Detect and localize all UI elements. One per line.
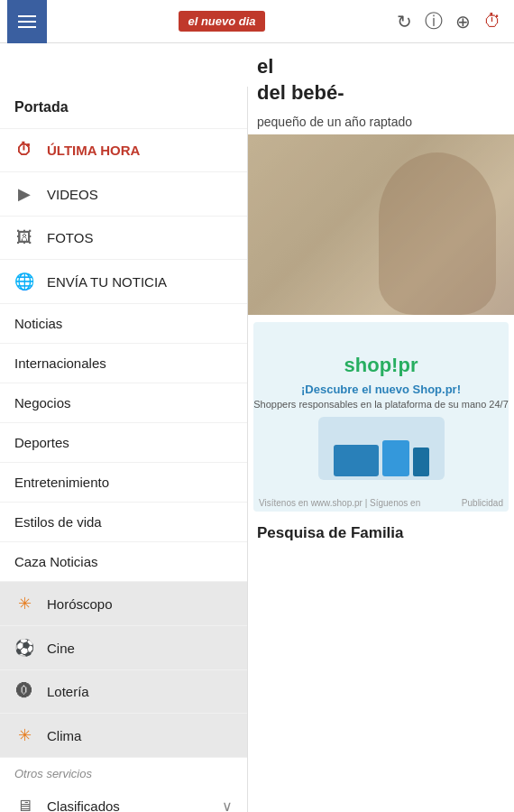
sidebar-item-fotos[interactable]: 🖼 FOTOS: [0, 217, 247, 260]
sidebar: Portada ⏱ ÚLTIMA HORA ▶ VIDEOS 🖼 FOTOS 🌐…: [0, 87, 248, 812]
otros-servicios-label: Otros servicios: [14, 767, 92, 780]
logo: el nuevo dia: [47, 11, 397, 32]
device-phone-icon: [413, 448, 429, 476]
sidebar-item-horoscopo[interactable]: ✳ Horóscopo: [0, 582, 247, 626]
refresh-icon[interactable]: ↻: [397, 11, 412, 32]
clima-label: Clima: [47, 728, 81, 743]
envia-label: ENVÍA TU NOTICIA: [47, 274, 167, 290]
noticias-label: Noticias: [14, 316, 62, 331]
clasificados-label: Clasificados: [47, 798, 120, 812]
loteria-icon: ⓿: [14, 682, 34, 701]
sidebar-item-clima[interactable]: ✳ Clima: [0, 714, 247, 758]
sidebar-item-cine[interactable]: ⚽ Cine: [0, 626, 247, 670]
sidebar-item-videos[interactable]: ▶ VIDEOS: [0, 172, 247, 217]
menu-button[interactable]: [7, 0, 47, 43]
negocios-label: Negocios: [14, 395, 71, 411]
clima-icon: ✳: [14, 725, 34, 745]
hamburger-icon: [18, 15, 36, 28]
article-subtitle: pequeño de un año raptado: [248, 109, 514, 134]
entretenimiento-label: Entretenimiento: [14, 475, 109, 490]
ad-logo: shop!pr: [344, 354, 418, 377]
portada-label: Portada: [14, 99, 69, 115]
header: el nuevo dia ↻ ⓘ ⊕ ⏱: [0, 0, 514, 43]
article-area: el del bebé- pequeño de un año raptado s…: [248, 43, 514, 812]
sidebar-item-clasificados[interactable]: 🖥 Clasificados ∨: [0, 785, 247, 812]
sun-icon: ✳: [14, 594, 34, 614]
fotos-label: FOTOS: [47, 230, 93, 245]
photo-icon: 🖼: [14, 228, 34, 247]
pesquisa-title: Pesquisa de Familia: [248, 519, 514, 548]
header-icons: ↻ ⓘ ⊕ ⏱: [397, 9, 507, 33]
sidebar-item-negocios[interactable]: Negocios: [0, 383, 247, 423]
device-tablet-icon: [382, 440, 409, 476]
internacionales-label: Internacionales: [14, 355, 106, 371]
globe-icon[interactable]: ⊕: [455, 11, 471, 32]
main-content: el del bebé- pequeño de un año raptado s…: [0, 43, 514, 812]
loteria-label: Lotería: [47, 684, 89, 699]
sidebar-item-caza[interactable]: Caza Noticias: [0, 542, 247, 582]
ad-subtitle: Shoppers responsables en la plataforma d…: [253, 399, 509, 410]
globe-blue-icon: 🌐: [14, 272, 34, 291]
sidebar-item-entretenimiento[interactable]: Entretenimiento: [0, 463, 247, 503]
cine-icon: ⚽: [14, 638, 34, 658]
logo-box: el nuevo dia: [179, 11, 264, 32]
clock-icon[interactable]: ⏱: [483, 11, 501, 32]
horoscopo-label: Horóscopo: [47, 596, 113, 612]
video-icon: ▶: [14, 184, 34, 204]
ad-tagline: ¡Descubre el nuevo Shop.pr!: [301, 383, 461, 396]
ultima-hora-label: ÚLTIMA HORA: [47, 143, 140, 158]
info-icon[interactable]: ⓘ: [425, 9, 443, 33]
sidebar-item-internacionales[interactable]: Internacionales: [0, 344, 247, 383]
sidebar-item-ultima-hora[interactable]: ⏱ ÚLTIMA HORA: [0, 129, 247, 172]
otros-servicios-header: Otros servicios: [0, 758, 247, 785]
sidebar-item-loteria[interactable]: ⓿ Lotería: [0, 670, 247, 714]
device-monitor-icon: [334, 445, 379, 476]
caza-label: Caza Noticias: [14, 554, 98, 569]
article-image: [248, 134, 514, 315]
estilos-label: Estilos de vida: [14, 514, 102, 530]
sidebar-item-deportes[interactable]: Deportes: [0, 423, 247, 463]
videos-label: VIDEOS: [47, 187, 98, 202]
logo-text: el nuevo dia: [188, 14, 255, 28]
sidebar-item-estilos[interactable]: Estilos de vida: [0, 503, 247, 542]
ad-links-text: Visítenos en www.shop.pr | Síguenos en: [259, 498, 420, 508]
cine-label: Cine: [47, 641, 75, 656]
ad-devices: [318, 417, 445, 480]
sidebar-item-envia-noticia[interactable]: 🌐 ENVÍA TU NOTICIA: [0, 260, 247, 304]
sidebar-item-noticias[interactable]: Noticias: [0, 304, 247, 344]
article-title: el del bebé-: [248, 43, 514, 109]
expand-icon: ∨: [222, 798, 233, 812]
ad-banner[interactable]: shop!pr ¡Descubre el nuevo Shop.pr! Shop…: [253, 322, 509, 512]
ad-publicidad-label: Publicidad: [462, 498, 503, 508]
deportes-label: Deportes: [14, 435, 69, 450]
sidebar-item-portada[interactable]: Portada: [0, 87, 247, 129]
clasificados-icon: 🖥: [14, 797, 34, 812]
clock-red-icon: ⏱: [14, 141, 34, 160]
